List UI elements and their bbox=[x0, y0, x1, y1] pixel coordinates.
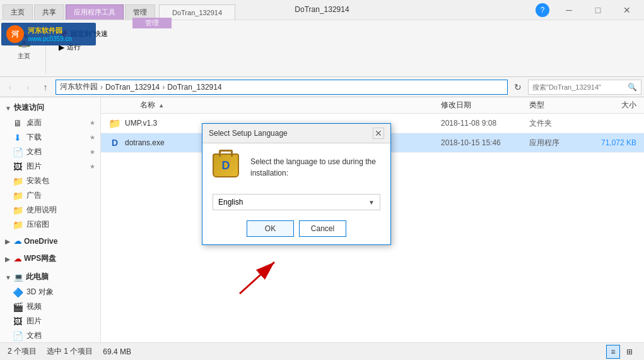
ads-icon: 📁 bbox=[13, 191, 23, 201]
status-size: 69.4 MB bbox=[103, 347, 131, 356]
pc-icon: 💻 bbox=[14, 273, 23, 282]
exe-icon-1: D bbox=[108, 136, 121, 149]
dialog-app-icon: D bbox=[213, 153, 243, 184]
documents-icon: 📄 bbox=[13, 331, 23, 341]
up-button[interactable]: ↑ bbox=[38, 80, 53, 95]
status-count: 2 个项目 bbox=[8, 346, 37, 357]
watermark-url: www.pc0359.cn bbox=[28, 35, 72, 42]
sidebar-item-downloads[interactable]: ⬇ 下载 ★ bbox=[0, 130, 100, 145]
address-path[interactable]: 河东软件园 › DoTran_132914 › DoTran_132914 bbox=[56, 80, 508, 95]
forward-button[interactable]: › bbox=[20, 80, 35, 95]
path-parts: 河东软件园 › DoTran_132914 › DoTran_132914 bbox=[60, 81, 222, 92]
sidebar-section-quickaccess: ▼ 快速访问 🖥 桌面 ★ ⬇ 下载 ★ 📄 文档 ★ 🖼 图片 ★ bbox=[0, 100, 100, 232]
address-bar: ‹ › ↑ 河东软件园 › DoTran_132914 › DoTran_132… bbox=[0, 77, 644, 97]
watermark: 河 河东软件园 www.pc0359.cn bbox=[1, 23, 96, 45]
ribbon-manage-tab[interactable]: 管理 bbox=[132, 18, 172, 28]
sidebar-item-3d[interactable]: 🔷 3D 对象 bbox=[0, 285, 100, 299]
pin-indicator-4: ★ bbox=[90, 163, 95, 170]
maximize-button[interactable]: □ bbox=[583, 0, 612, 20]
pictures-icon: 🖼 bbox=[13, 316, 23, 327]
sidebar-header-pc[interactable]: ▼ 💻 此电脑 bbox=[0, 269, 100, 285]
language-selected: English bbox=[218, 198, 243, 207]
wps-arrow: ▶ bbox=[5, 256, 11, 262]
pics-icon: 🖼 bbox=[13, 162, 23, 172]
wps-label: WPS网盘 bbox=[24, 253, 56, 264]
minimize-button[interactable]: ─ bbox=[554, 0, 583, 20]
file-type-1: 应用程序 bbox=[529, 138, 586, 148]
zip-icon: 📁 bbox=[13, 220, 23, 230]
dialog-title-bar: Select Setup Language ✕ bbox=[202, 124, 390, 143]
col-name-header[interactable]: 名称 ▲ bbox=[125, 100, 441, 111]
pin-indicator-3: ★ bbox=[90, 148, 95, 155]
dialog-select-row: English ▼ bbox=[213, 194, 380, 210]
language-select[interactable]: English ▼ bbox=[213, 194, 380, 210]
sidebar-item-install[interactable]: 📁 安装包 bbox=[0, 174, 100, 188]
sidebar-item-label-documents: 文档 bbox=[26, 330, 42, 341]
status-selected: 选中 1 个项目 bbox=[47, 346, 93, 357]
sidebar-header-quickaccess[interactable]: ▼ 快速访问 bbox=[0, 100, 100, 116]
dropdown-arrow-icon: ▼ bbox=[368, 199, 375, 206]
title-bar: 主页 共享 应用程序工具 管理 DoTran_132914 DoTran_132… bbox=[0, 0, 644, 20]
search-icon: 🔍 bbox=[628, 83, 637, 92]
sort-arrow: ▲ bbox=[158, 102, 164, 109]
desktop-icon: 🖥 bbox=[13, 118, 23, 128]
dialog-buttons: OK Cancel bbox=[213, 220, 380, 237]
close-button[interactable]: ✕ bbox=[612, 0, 641, 20]
pin-indicator-2: ★ bbox=[90, 134, 95, 141]
path-root[interactable]: 河东软件园 bbox=[60, 81, 98, 92]
col-size-header[interactable]: 大小 bbox=[586, 100, 636, 111]
sidebar-item-label-zip: 压缩图 bbox=[26, 219, 49, 230]
logo-icon: 河 bbox=[6, 25, 24, 43]
view-controls: ≡ ⊞ bbox=[606, 345, 636, 359]
path-part1[interactable]: DoTran_132914 bbox=[105, 83, 160, 92]
pc-arrow: ▼ bbox=[5, 274, 11, 280]
tab-apptool[interactable]: 应用程序工具 bbox=[66, 4, 124, 20]
status-bar: 2 个项目 选中 1 个项目 69.4 MB ≡ ⊞ bbox=[0, 342, 644, 360]
back-button[interactable]: ‹ bbox=[3, 80, 18, 95]
tab-home[interactable]: 主页 bbox=[3, 4, 33, 20]
sidebar-item-documents[interactable]: 📄 文档 bbox=[0, 328, 100, 342]
refresh-button[interactable]: ↻ bbox=[510, 80, 525, 95]
cancel-button[interactable]: Cancel bbox=[299, 220, 346, 237]
search-input[interactable] bbox=[532, 83, 625, 91]
sidebar-item-docs[interactable]: 📄 文档 ★ bbox=[0, 145, 100, 159]
view-grid-button[interactable]: ⊞ bbox=[623, 345, 636, 359]
video-icon: 🎬 bbox=[13, 302, 23, 312]
window-controls: ? ─ □ ✕ bbox=[536, 0, 644, 20]
sidebar-section-wps: ▶ ☁ WPS网盘 bbox=[0, 251, 100, 267]
ok-button[interactable]: OK bbox=[247, 220, 294, 237]
sidebar-item-pics[interactable]: 🖼 图片 ★ bbox=[0, 159, 100, 174]
help-button[interactable]: ? bbox=[536, 3, 549, 17]
path-sep-1: › bbox=[100, 83, 103, 92]
search-box[interactable]: 🔍 bbox=[528, 80, 641, 95]
view-details-button[interactable]: ≡ bbox=[606, 345, 620, 359]
sidebar-item-manual[interactable]: 📁 使用说明 bbox=[0, 203, 100, 217]
sidebar-item-video[interactable]: 🎬 视频 bbox=[0, 299, 100, 314]
sidebar-section-pc: ▼ 💻 此电脑 🔷 3D 对象 🎬 视频 🖼 图片 📄 文档 ⬇ bbox=[0, 269, 100, 342]
dialog-close-button[interactable]: ✕ bbox=[373, 128, 384, 139]
sidebar-item-label-video: 视频 bbox=[26, 301, 42, 312]
sidebar-item-pictures[interactable]: 🖼 图片 bbox=[0, 314, 100, 328]
dialog-content: D Select the language to use during the … bbox=[202, 143, 390, 244]
sidebar-section-onedrive: ▶ ☁ OneDrive bbox=[0, 234, 100, 248]
path-part2[interactable]: DoTran_132914 bbox=[167, 83, 221, 92]
sidebar-item-desktop[interactable]: 🖥 桌面 ★ bbox=[0, 116, 100, 130]
sidebar-item-zip[interactable]: 📁 压缩图 bbox=[0, 217, 100, 232]
sidebar-item-label-install: 安装包 bbox=[26, 176, 49, 186]
sidebar-item-label-desktop: 桌面 bbox=[26, 117, 42, 128]
window-title: DoTran_132914 bbox=[295, 5, 349, 14]
quickaccess-arrow: ▼ bbox=[5, 105, 11, 111]
sidebar-header-onedrive[interactable]: ▶ ☁ OneDrive bbox=[0, 234, 100, 248]
onedrive-arrow: ▶ bbox=[5, 238, 11, 244]
path-sep-2: › bbox=[162, 83, 165, 92]
file-date-1: 2018-10-15 15:46 bbox=[441, 138, 529, 147]
col-type-header[interactable]: 类型 bbox=[529, 100, 586, 111]
sidebar-item-ads[interactable]: 📁 广告 bbox=[0, 188, 100, 203]
tab-share[interactable]: 共享 bbox=[34, 4, 64, 20]
file-type-0: 文件夹 bbox=[529, 118, 586, 129]
file-date-0: 2018-11-08 9:08 bbox=[441, 119, 529, 128]
pc-label: 此电脑 bbox=[26, 272, 49, 282]
sidebar-header-wps[interactable]: ▶ ☁ WPS网盘 bbox=[0, 251, 100, 267]
col-date-header[interactable]: 修改日期 bbox=[441, 100, 529, 111]
ribbon-home-label: 主页 bbox=[18, 52, 30, 61]
